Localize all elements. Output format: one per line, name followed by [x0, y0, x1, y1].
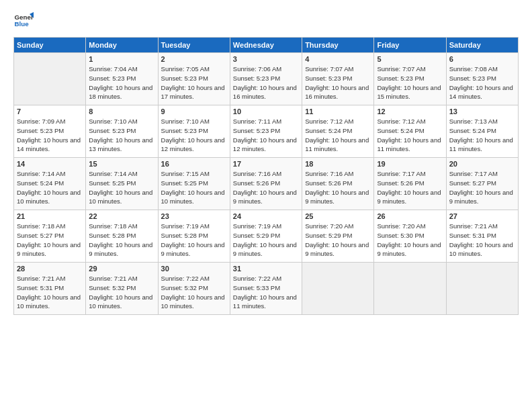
sunrise: Sunrise: 7:22 AM [161, 275, 210, 282]
calendar-cell: 22 Sunrise: 7:18 AM Sunset: 5:28 PM Dayl… [86, 210, 158, 263]
calendar-cell: 12 Sunrise: 7:12 AM Sunset: 5:24 PM Dayl… [374, 105, 446, 158]
day-info: Sunrise: 7:20 AM Sunset: 5:29 PM Dayligh… [305, 222, 371, 259]
sunset: Sunset: 5:24 PM [17, 179, 64, 187]
daylight: Daylight: 10 hours and 10 minutes. [449, 241, 513, 258]
day-info: Sunrise: 7:08 AM Sunset: 5:23 PM Dayligh… [449, 64, 515, 101]
calendar-cell [446, 263, 518, 315]
day-number: 27 [449, 212, 515, 220]
calendar-cell: 21 Sunrise: 7:18 AM Sunset: 5:27 PM Dayl… [14, 210, 86, 263]
logo-icon: General Blue [13, 10, 34, 30]
daylight: Daylight: 10 hours and 16 minutes. [305, 84, 369, 101]
sunset: Sunset: 5:27 PM [17, 232, 64, 239]
sunrise: Sunrise: 7:14 AM [17, 170, 65, 177]
day-info: Sunrise: 7:14 AM Sunset: 5:25 PM Dayligh… [89, 169, 154, 206]
calendar-cell: 9 Sunrise: 7:10 AM Sunset: 5:23 PM Dayli… [158, 105, 230, 158]
sunset: Sunset: 5:31 PM [17, 284, 64, 291]
day-number: 6 [449, 55, 515, 63]
calendar-cell: 24 Sunrise: 7:19 AM Sunset: 5:29 PM Dayl… [230, 210, 302, 263]
calendar-cell [302, 263, 374, 315]
daylight: Daylight: 10 hours and 10 minutes. [89, 189, 152, 205]
header: General Blue [13, 10, 519, 30]
sunrise: Sunrise: 7:08 AM [449, 65, 498, 73]
week-row-3: 14 Sunrise: 7:14 AM Sunset: 5:24 PM Dayl… [14, 158, 519, 210]
day-info: Sunrise: 7:22 AM Sunset: 5:32 PM Dayligh… [161, 274, 227, 311]
day-info: Sunrise: 7:22 AM Sunset: 5:33 PM Dayligh… [233, 274, 299, 311]
day-number: 17 [233, 160, 299, 168]
calendar-cell: 30 Sunrise: 7:22 AM Sunset: 5:32 PM Dayl… [158, 263, 230, 315]
sunrise: Sunrise: 7:19 AM [161, 222, 210, 230]
sunrise: Sunrise: 7:21 AM [449, 222, 498, 230]
calendar-cell: 29 Sunrise: 7:21 AM Sunset: 5:32 PM Dayl… [86, 263, 158, 315]
sunrise: Sunrise: 7:15 AM [161, 170, 210, 177]
day-number: 19 [377, 160, 443, 168]
calendar-cell: 11 Sunrise: 7:12 AM Sunset: 5:24 PM Dayl… [302, 105, 374, 158]
day-info: Sunrise: 7:19 AM Sunset: 5:28 PM Dayligh… [161, 222, 227, 259]
calendar-cell [374, 263, 446, 315]
svg-text:Blue: Blue [15, 20, 30, 28]
sunrise: Sunrise: 7:16 AM [305, 170, 353, 177]
daylight: Daylight: 10 hours and 9 minutes. [377, 189, 441, 205]
day-number: 16 [161, 160, 227, 168]
sunrise: Sunrise: 7:14 AM [89, 170, 137, 177]
calendar-cell: 27 Sunrise: 7:21 AM Sunset: 5:31 PM Dayl… [446, 210, 518, 263]
sunset: Sunset: 5:29 PM [233, 232, 280, 239]
day-info: Sunrise: 7:14 AM Sunset: 5:24 PM Dayligh… [17, 169, 83, 206]
daylight: Daylight: 10 hours and 18 minutes. [89, 84, 152, 101]
day-info: Sunrise: 7:10 AM Sunset: 5:23 PM Dayligh… [161, 117, 227, 154]
calendar-cell: 8 Sunrise: 7:10 AM Sunset: 5:23 PM Dayli… [86, 105, 158, 158]
day-info: Sunrise: 7:05 AM Sunset: 5:23 PM Dayligh… [161, 64, 227, 101]
day-number: 21 [17, 212, 83, 220]
day-number: 20 [449, 160, 515, 168]
calendar-table: SundayMondayTuesdayWednesdayThursdayFrid… [13, 37, 519, 315]
daylight: Daylight: 10 hours and 10 minutes. [161, 293, 225, 310]
calendar-cell: 1 Sunrise: 7:04 AM Sunset: 5:23 PM Dayli… [86, 53, 158, 105]
day-info: Sunrise: 7:13 AM Sunset: 5:24 PM Dayligh… [449, 117, 515, 154]
day-info: Sunrise: 7:04 AM Sunset: 5:23 PM Dayligh… [89, 64, 154, 101]
day-info: Sunrise: 7:21 AM Sunset: 5:31 PM Dayligh… [449, 222, 515, 259]
sunrise: Sunrise: 7:17 AM [449, 170, 498, 177]
daylight: Daylight: 10 hours and 11 minutes. [377, 136, 441, 153]
day-info: Sunrise: 7:19 AM Sunset: 5:29 PM Dayligh… [233, 222, 299, 259]
day-header-sunday: Sunday [14, 38, 86, 53]
sunset: Sunset: 5:27 PM [449, 179, 496, 187]
calendar-cell: 23 Sunrise: 7:19 AM Sunset: 5:28 PM Dayl… [158, 210, 230, 263]
daylight: Daylight: 10 hours and 12 minutes. [161, 136, 225, 153]
sunset: Sunset: 5:24 PM [305, 127, 352, 134]
daylight: Daylight: 10 hours and 11 minutes. [449, 136, 513, 153]
calendar-cell: 18 Sunrise: 7:16 AM Sunset: 5:26 PM Dayl… [302, 158, 374, 210]
day-info: Sunrise: 7:12 AM Sunset: 5:24 PM Dayligh… [377, 117, 443, 154]
day-number: 10 [233, 107, 299, 116]
day-number: 30 [161, 265, 227, 273]
daylight: Daylight: 10 hours and 11 minutes. [233, 293, 297, 310]
day-number: 15 [89, 160, 154, 168]
sunset: Sunset: 5:23 PM [377, 75, 424, 82]
day-number: 5 [377, 55, 443, 63]
day-info: Sunrise: 7:09 AM Sunset: 5:23 PM Dayligh… [17, 117, 83, 154]
sunrise: Sunrise: 7:12 AM [377, 118, 425, 125]
day-number: 4 [305, 55, 371, 63]
day-info: Sunrise: 7:10 AM Sunset: 5:23 PM Dayligh… [89, 117, 154, 154]
sunset: Sunset: 5:25 PM [89, 179, 136, 187]
sunrise: Sunrise: 7:20 AM [305, 222, 353, 230]
daylight: Daylight: 10 hours and 9 minutes. [449, 189, 513, 205]
day-info: Sunrise: 7:12 AM Sunset: 5:24 PM Dayligh… [305, 117, 371, 154]
daylight: Daylight: 10 hours and 9 minutes. [233, 241, 297, 258]
sunset: Sunset: 5:24 PM [449, 127, 496, 134]
day-info: Sunrise: 7:21 AM Sunset: 5:31 PM Dayligh… [17, 274, 83, 311]
day-number: 9 [161, 107, 227, 116]
calendar-cell: 7 Sunrise: 7:09 AM Sunset: 5:23 PM Dayli… [14, 105, 86, 158]
daylight: Daylight: 10 hours and 15 minutes. [377, 84, 441, 101]
day-number: 22 [89, 212, 154, 220]
calendar-cell: 20 Sunrise: 7:17 AM Sunset: 5:27 PM Dayl… [446, 158, 518, 210]
sunset: Sunset: 5:23 PM [17, 127, 64, 134]
calendar-cell: 13 Sunrise: 7:13 AM Sunset: 5:24 PM Dayl… [446, 105, 518, 158]
sunrise: Sunrise: 7:21 AM [89, 275, 137, 282]
day-number: 24 [233, 212, 299, 220]
day-info: Sunrise: 7:16 AM Sunset: 5:26 PM Dayligh… [233, 169, 299, 206]
day-header-monday: Monday [86, 38, 158, 53]
daylight: Daylight: 10 hours and 10 minutes. [17, 293, 81, 310]
sunset: Sunset: 5:28 PM [89, 232, 136, 239]
calendar-cell: 17 Sunrise: 7:16 AM Sunset: 5:26 PM Dayl… [230, 158, 302, 210]
day-info: Sunrise: 7:21 AM Sunset: 5:32 PM Dayligh… [89, 274, 154, 311]
week-row-2: 7 Sunrise: 7:09 AM Sunset: 5:23 PM Dayli… [14, 105, 519, 158]
